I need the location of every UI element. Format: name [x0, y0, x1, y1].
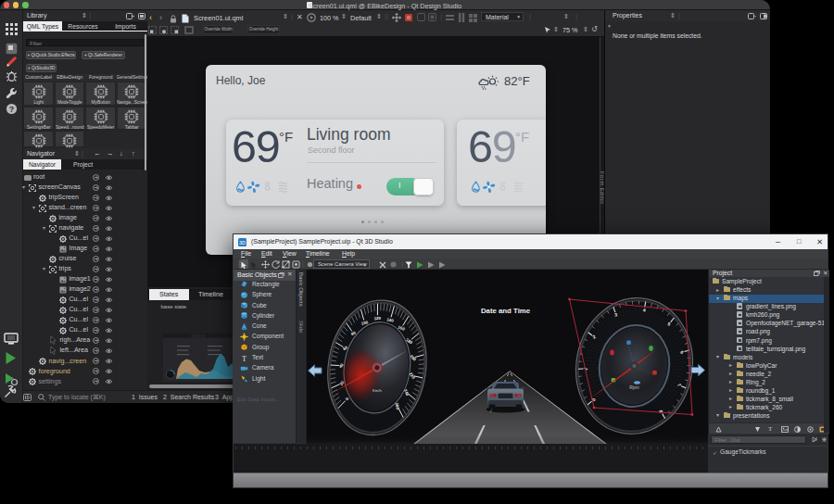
svg-text:Date and Time: Date and Time: [481, 307, 531, 315]
svg-text:Km/h: Km/h: [373, 387, 382, 392]
svg-text:120: 120: [374, 316, 382, 321]
svg-text:3D: 3D: [239, 240, 246, 246]
svg-text:T: T: [242, 354, 246, 362]
svg-text:?: ?: [9, 105, 15, 114]
svg-text:Rpm: Rpm: [629, 384, 639, 390]
